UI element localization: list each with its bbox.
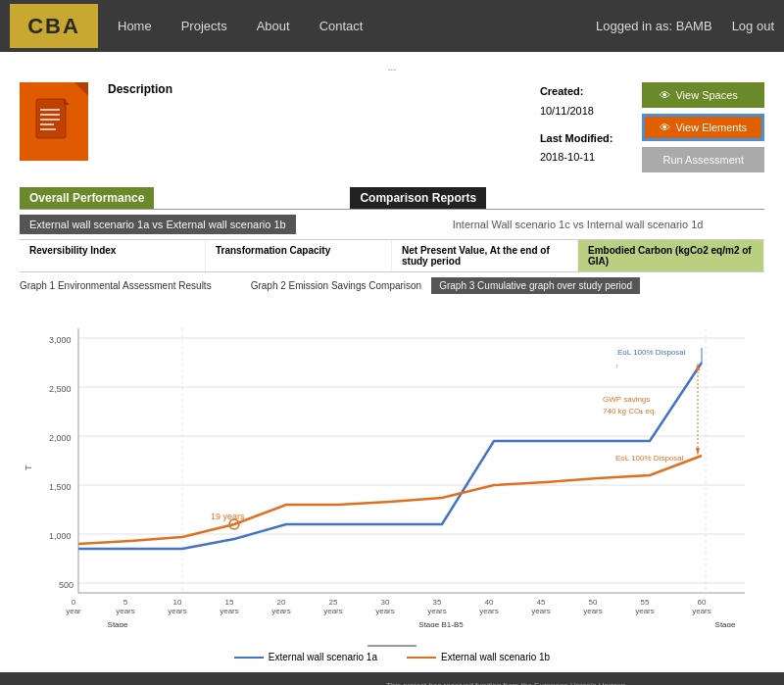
svg-text:↑: ↑ <box>615 363 619 369</box>
created-value: 10/11/2018 <box>540 105 594 117</box>
svg-text:years: years <box>531 607 551 615</box>
svg-rect-3 <box>40 119 60 121</box>
svg-text:740 kg CO₂ eq.: 740 kg CO₂ eq. <box>603 407 657 416</box>
svg-text:3,000: 3,000 <box>49 335 72 345</box>
svg-text:45: 45 <box>537 598 546 607</box>
chart-container: 3,000 2,500 2,000 1,500 1,000 500 T <box>20 304 764 640</box>
nav-home[interactable]: Home <box>118 19 152 33</box>
svg-marker-6 <box>64 99 70 105</box>
top-info: Description Created: 10/11/2018 Last Mod… <box>20 82 764 172</box>
meta-section: Created: 10/11/2018 Last Modified: 2018-… <box>540 82 613 168</box>
scenario-tabs: External wall scenario 1a vs External wa… <box>20 215 764 234</box>
logo: CBA <box>10 4 98 48</box>
svg-text:10: 10 <box>173 598 182 607</box>
perf-header: Overall Performance Comparison Reports <box>20 187 764 210</box>
description-label: Description <box>108 82 501 96</box>
svg-text:T: T <box>24 465 33 470</box>
svg-rect-1 <box>40 109 60 111</box>
modified-label: Last Modified: 2018-10-11 <box>540 129 613 169</box>
footer: © 2018 - BAMB, BRE, Sundalius, Vito EU T… <box>0 672 784 685</box>
svg-text:35: 35 <box>433 598 442 607</box>
svg-text:years: years <box>323 607 343 615</box>
metrics-row: Reversibility Index Transformation Capac… <box>20 239 764 272</box>
overall-performance-title: Overall Performance <box>20 187 154 209</box>
main-content: ... Description Created: 10/11/2018 <box>0 52 784 672</box>
metric-reversibility[interactable]: Reversibility Index <box>20 240 206 271</box>
svg-text:1,000: 1,000 <box>49 531 72 541</box>
legend-item-2: External wall scenario 1b <box>407 652 550 662</box>
page-number: ... <box>20 62 764 73</box>
svg-text:EoL 100% Disposal: EoL 100% Disposal <box>617 348 686 357</box>
created-label: Created: 10/11/2018 <box>540 82 613 122</box>
svg-text:years: years <box>168 607 187 615</box>
svg-text:0: 0 <box>72 598 76 607</box>
svg-text:30: 30 <box>381 598 390 607</box>
legend-item-1: External wall scenario 1a <box>234 652 377 662</box>
chart-legend: External wall scenario 1a External wall … <box>20 652 764 662</box>
nav-contact[interactable]: Contact <box>319 19 364 33</box>
metric-transformation[interactable]: Transformation Capacity <box>206 240 392 271</box>
svg-marker-33 <box>696 448 700 456</box>
svg-text:years: years <box>220 607 239 615</box>
svg-text:40: 40 <box>485 598 494 607</box>
svg-text:years: years <box>479 607 499 615</box>
scenario-tab-1[interactable]: External wall scenario 1a vs External wa… <box>20 215 296 234</box>
svg-text:1,500: 1,500 <box>49 482 72 492</box>
svg-text:55: 55 <box>641 598 650 607</box>
svg-rect-4 <box>40 123 54 125</box>
svg-text:Stage: Stage <box>715 620 736 627</box>
eye-icon: 👁 <box>660 89 670 101</box>
footer-eu-text: This project has received funding from t… <box>386 680 631 685</box>
chart-svg: 3,000 2,500 2,000 1,500 1,000 500 T <box>20 314 764 627</box>
svg-text:15: 15 <box>225 598 234 607</box>
nav-about[interactable]: About <box>257 19 290 33</box>
file-icon <box>20 82 88 161</box>
metric-npv[interactable]: Net Present Value, At the end of study p… <box>392 240 578 271</box>
svg-text:25: 25 <box>329 598 338 607</box>
svg-text:2,500: 2,500 <box>49 384 72 394</box>
legend-color-orange <box>407 657 436 659</box>
legend-label-2: External wall scenario 1b <box>441 652 550 662</box>
run-assessment-button[interactable]: Run Assessment <box>642 147 764 172</box>
main-nav: Home Projects About Contact <box>118 19 363 33</box>
graph-tab-2[interactable]: Graph 2 Emission Savings Comparison <box>251 280 422 291</box>
svg-text:years: years <box>375 607 395 615</box>
svg-rect-2 <box>40 114 60 116</box>
svg-rect-5 <box>40 128 56 130</box>
graph-tabs: Graph 1 Environmental Assessment Results… <box>20 277 764 294</box>
logout-button[interactable]: Log out <box>732 19 774 33</box>
svg-text:500: 500 <box>59 580 74 590</box>
logged-in-label: Logged in as: BAMB <box>596 19 712 33</box>
svg-text:EoL 100% Disposal: EoL 100% Disposal <box>615 454 684 463</box>
svg-text:GWP savings: GWP savings <box>603 395 650 404</box>
nav-projects[interactable]: Projects <box>181 19 227 33</box>
comparison-reports-title: Comparison Reports <box>350 187 486 209</box>
svg-text:years: years <box>271 607 291 615</box>
graph-tab-3[interactable]: Graph 3 Cumulative graph over study peri… <box>431 277 640 294</box>
view-spaces-button[interactable]: 👁 View Spaces <box>642 82 764 108</box>
description-section: Description <box>108 82 501 101</box>
svg-text:19 years: 19 years <box>211 512 245 521</box>
svg-text:year: year <box>66 607 81 615</box>
svg-text:years: years <box>692 607 711 615</box>
scenario-tab-2[interactable]: Internal Wall scenario 1c vs Internal wa… <box>443 215 713 234</box>
header-right: Logged in as: BAMB Log out <box>596 19 774 33</box>
eye-icon-2: 👁 <box>660 122 670 133</box>
performance-section: Overall Performance Comparison Reports E… <box>20 187 764 662</box>
svg-text:years: years <box>635 607 655 615</box>
svg-text:Stage: Stage <box>108 620 128 627</box>
modified-value: 2018-10-11 <box>540 151 595 163</box>
legend-label-1: External wall scenario 1a <box>269 652 377 662</box>
svg-text:60: 60 <box>698 598 707 607</box>
svg-text:5: 5 <box>123 598 128 607</box>
svg-text:Stage B1-B5: Stage B1-B5 <box>418 620 464 627</box>
svg-text:years: years <box>427 607 447 615</box>
svg-text:20: 20 <box>277 598 286 607</box>
metric-embodied-carbon[interactable]: Embodied Carbon (kgCo2 eq/m2 of GIA) <box>578 240 764 271</box>
legend-color-blue <box>234 657 264 659</box>
buttons-section: 👁 View Spaces 👁 View Elements Run Assess… <box>642 82 764 172</box>
svg-text:years: years <box>116 607 135 615</box>
graph-tab-1[interactable]: Graph 1 Environmental Assessment Results <box>20 280 212 291</box>
divider <box>368 645 416 647</box>
view-elements-button[interactable]: 👁 View Elements <box>642 114 764 141</box>
